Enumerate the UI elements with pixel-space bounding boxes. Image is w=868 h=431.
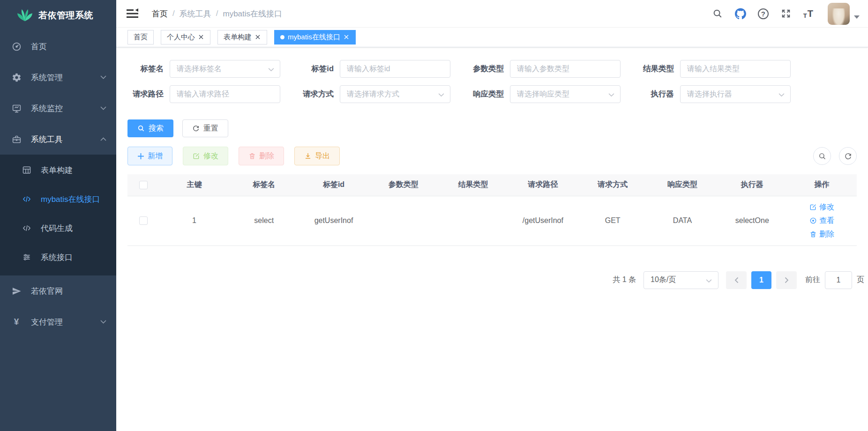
chevron-down-icon bbox=[100, 106, 107, 110]
sidebar-item-label: 系统工具 bbox=[31, 134, 100, 145]
sidebar-item-label: 代码生成 bbox=[41, 223, 107, 234]
delete-button[interactable]: 删除 bbox=[239, 147, 284, 165]
chevron-down-icon bbox=[705, 277, 712, 284]
breadcrumb-home[interactable]: 首页 bbox=[152, 8, 168, 19]
request-method-select-input[interactable] bbox=[340, 86, 450, 103]
sidebar-item-form-builder[interactable]: 表单构建 bbox=[0, 156, 116, 185]
prev-page-button[interactable] bbox=[726, 271, 747, 289]
cell-param-type bbox=[368, 196, 438, 245]
export-button[interactable]: 导出 bbox=[294, 147, 340, 165]
field-label: 标签名 bbox=[127, 64, 170, 74]
close-icon[interactable] bbox=[198, 34, 204, 40]
row-checkbox-cell bbox=[127, 196, 159, 245]
sidebar-toggle-icon[interactable] bbox=[127, 8, 139, 19]
delete-button-label: 删除 bbox=[259, 151, 274, 161]
question-glyph: ? bbox=[761, 10, 765, 18]
sidebar-item-mybatis-online-api[interactable]: mybatis在线接口 bbox=[0, 185, 116, 214]
edit-icon bbox=[193, 152, 200, 160]
next-page-button[interactable] bbox=[776, 271, 797, 289]
leaf-logo-icon bbox=[17, 8, 33, 22]
reset-button[interactable]: 重置 bbox=[182, 119, 228, 137]
tab-mybatis-online-api[interactable]: mybatis在线接口 bbox=[274, 30, 356, 45]
column-header: 请求方式 bbox=[578, 174, 648, 196]
breadcrumb: 首页 / 系统工具 / mybatis在线接口 bbox=[152, 8, 282, 19]
goto-page-input[interactable] bbox=[825, 271, 852, 289]
plus-icon bbox=[137, 153, 144, 160]
tag-id-input[interactable] bbox=[340, 60, 450, 77]
user-menu[interactable] bbox=[828, 3, 860, 25]
app-logo[interactable]: 若依管理系统 bbox=[0, 0, 116, 31]
header-search-icon[interactable] bbox=[712, 8, 723, 19]
column-header: 响应类型 bbox=[648, 174, 718, 196]
sidebar-item-home[interactable]: 首页 bbox=[0, 31, 116, 62]
executor-select-input[interactable] bbox=[681, 86, 790, 103]
search-button[interactable]: 搜索 bbox=[127, 119, 173, 137]
result-type-input-wrap bbox=[680, 60, 791, 78]
field-label: 参数类型 bbox=[468, 64, 510, 74]
active-tab-dot bbox=[280, 35, 284, 39]
column-header: 标签id bbox=[299, 174, 369, 196]
row-checkbox[interactable] bbox=[139, 216, 148, 225]
github-icon[interactable] bbox=[735, 8, 746, 19]
font-size-icon[interactable]: T T bbox=[803, 8, 813, 19]
executor-select[interactable] bbox=[680, 85, 791, 103]
row-delete-label: 删除 bbox=[819, 228, 834, 240]
select-all-checkbox[interactable] bbox=[139, 181, 148, 189]
request-method-select[interactable] bbox=[340, 85, 450, 103]
tab-home[interactable]: 首页 bbox=[127, 30, 154, 45]
page-1-button[interactable]: 1 bbox=[751, 271, 771, 289]
sidebar-item-ruoyi-website[interactable]: 若依官网 bbox=[0, 275, 116, 306]
edit-button-label: 修改 bbox=[203, 151, 218, 161]
add-button[interactable]: 新增 bbox=[127, 147, 172, 165]
reset-button-label: 重置 bbox=[203, 124, 218, 134]
tab-profile[interactable]: 个人中心 bbox=[161, 30, 210, 45]
gear-icon bbox=[11, 72, 22, 82]
chevron-down-icon bbox=[100, 320, 107, 324]
sidebar-item-label: 支付管理 bbox=[31, 317, 100, 327]
sidebar-item-label: 系统监控 bbox=[31, 103, 100, 114]
sidebar-item-system-api[interactable]: 系统接口 bbox=[0, 243, 116, 272]
close-icon[interactable] bbox=[344, 34, 350, 40]
navbar-right-tools: ? T T bbox=[712, 3, 860, 25]
sidebar-item-payment-management[interactable]: ¥ 支付管理 bbox=[0, 306, 116, 337]
tab-form-builder[interactable]: 表单构建 bbox=[217, 30, 267, 45]
add-button-label: 新增 bbox=[148, 151, 163, 161]
filter-result-type: 结果类型 bbox=[638, 60, 791, 78]
help-icon[interactable]: ? bbox=[758, 8, 769, 19]
result-type-input[interactable] bbox=[681, 60, 790, 77]
search-icon bbox=[818, 152, 826, 160]
sidebar-item-system-tools[interactable]: 系统工具 bbox=[0, 124, 116, 155]
sidebar-item-label: mybatis在线接口 bbox=[41, 194, 107, 205]
sidebar-item-system-management[interactable]: 系统管理 bbox=[0, 62, 116, 93]
fullscreen-icon[interactable] bbox=[780, 8, 792, 19]
row-view-link[interactable]: 查看 bbox=[809, 215, 834, 227]
breadcrumb-separator: / bbox=[216, 9, 218, 18]
filter-response-type: 响应类型 bbox=[468, 85, 621, 103]
toggle-search-button[interactable] bbox=[813, 147, 831, 165]
param-type-input[interactable] bbox=[510, 60, 620, 77]
edit-button[interactable]: 修改 bbox=[183, 147, 228, 165]
pagination: 共 1 条 10条/页 1 前往 页 bbox=[127, 271, 864, 289]
response-type-select[interactable] bbox=[510, 85, 621, 103]
refresh-table-button[interactable] bbox=[839, 147, 857, 165]
sidebar-item-code-generation[interactable]: 代码生成 bbox=[0, 214, 116, 243]
tag-name-select[interactable] bbox=[170, 60, 280, 78]
dashboard-icon bbox=[11, 41, 22, 52]
search-actions: 搜索 重置 bbox=[127, 119, 857, 137]
sidebar-item-system-monitor[interactable]: 系统监控 bbox=[0, 93, 116, 124]
tag-name-select-input[interactable] bbox=[170, 60, 280, 77]
page-size-select[interactable]: 10条/页 bbox=[644, 271, 718, 289]
tabs-bar: 首页 个人中心 表单构建 mybatis在线接口 bbox=[116, 28, 868, 47]
table-header-row: 主键 标签名 标签id 参数类型 结果类型 请求路径 请求方式 响应类型 执行器… bbox=[127, 174, 857, 196]
main-area: 首页 / 系统工具 / mybatis在线接口 ? bbox=[116, 0, 868, 431]
app-title: 若依管理系统 bbox=[38, 9, 93, 22]
response-type-select-input[interactable] bbox=[510, 86, 620, 103]
close-icon[interactable] bbox=[255, 34, 261, 40]
avatar[interactable] bbox=[828, 3, 850, 25]
row-edit-link[interactable]: 修改 bbox=[809, 201, 834, 213]
breadcrumb-current: mybatis在线接口 bbox=[223, 8, 282, 19]
row-delete-link[interactable]: 删除 bbox=[809, 228, 834, 240]
request-path-input[interactable] bbox=[170, 86, 280, 103]
eye-icon bbox=[809, 217, 817, 224]
field-label: 请求方式 bbox=[298, 89, 340, 99]
